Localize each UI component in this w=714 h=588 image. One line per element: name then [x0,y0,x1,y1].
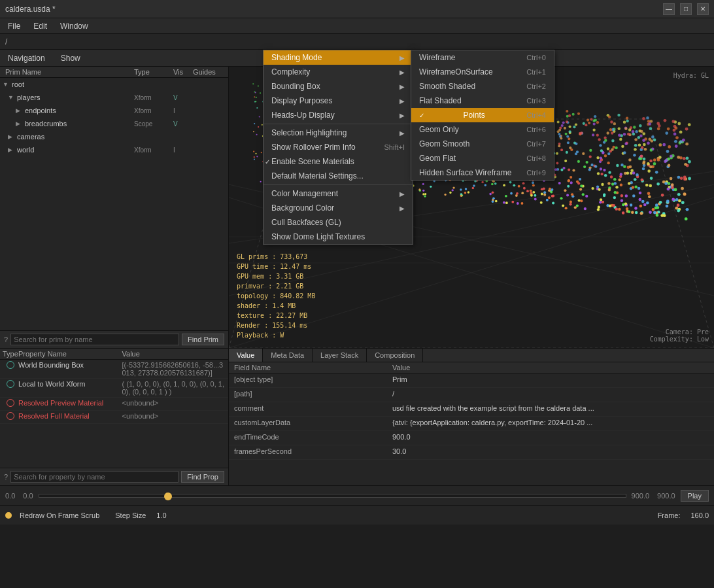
menu-show-rollover-label: Show Rollover Prim Info [271,143,356,152]
shading-points[interactable]: ✓ Points Ctrl+4 [411,108,554,122]
property-table[interactable]: World Bounding Box [(-53372.915662650616… [0,360,228,468]
step-label: Step Size [115,511,146,519]
menu-cull-backfaces[interactable]: Cull Backfaces (GL) [264,215,413,230]
shading-wireframe-on-surface-label: WireframeOnSurface [419,67,493,77]
search-prim-input[interactable] [10,334,179,345]
val-row-4[interactable]: endTimeCode 900.0 [229,431,714,445]
menu-bounding-box-label: Bounding Box [271,82,320,91]
shading-hidden-wireframe[interactable]: Hidden Surface Wireframe Ctrl+9 [411,165,554,180]
shading-smooth-shaded[interactable]: Smooth Shaded Ctrl+2 [411,79,554,94]
val-value-4: 900.0 [392,433,709,441]
shading-flat-shaded[interactable]: Flat Shaded Ctrl+3 [411,94,554,108]
find-prop-button[interactable]: Find Prop [181,471,224,483]
menu-default-material[interactable]: Default Material Settings... [264,169,413,183]
menu-show-rollover[interactable]: Show Rollover Prim Info Shift+I [264,140,413,154]
val-row-5[interactable]: framesPerSecond 30.0 [229,445,714,460]
val-row-0[interactable]: [object type] Prim [229,373,714,388]
prop-icon-2 [3,399,18,407]
val-row-2[interactable]: comment usd file created with the exampl… [229,402,714,417]
menu-shading-mode[interactable]: Shading Mode ▶ [264,50,413,65]
tab-composition[interactable]: Composition [367,349,423,362]
menu-window[interactable]: Window [55,20,94,32]
shading-geom-only[interactable]: Geom Only Ctrl+6 [411,122,554,137]
shading-wireframe-on-surface[interactable]: WireframeOnSurface Ctrl+1 [411,65,554,79]
menu-bounding-box[interactable]: Bounding Box ▶ [264,79,413,94]
tree-row-players[interactable]: ▼ players Xform V [0,91,228,104]
menu-cull-backfaces-label: Cull Backfaces (GL) [271,218,341,227]
shading-smooth-shaded-label: Smooth Shaded [419,82,475,91]
tab-layerstack[interactable]: Layer Stack [313,349,367,362]
val-row-1[interactable]: [path] / [229,388,714,402]
val-value-0: Prim [392,375,709,383]
val-row-3[interactable]: customLayerData {atvi: {exportApplicatio… [229,417,714,431]
menu-display-purposes-label: Display Purposes [271,96,332,105]
property-table-header: Type Property Name Value [0,349,228,360]
titlebar: caldera.usda * — □ ✕ [0,0,714,18]
menu-display-purposes[interactable]: Display Purposes ▶ [264,94,413,108]
tree-row-world[interactable]: ▶ world Xform I [0,143,228,156]
prop-value-3: <unbound> [122,412,226,420]
play-button[interactable]: Play [681,490,709,502]
menu-default-material-label: Default Material Settings... [271,171,364,181]
expand-icon-world: ▶ [8,147,16,153]
shading-wireframe[interactable]: Wireframe Ctrl+0 [411,50,554,65]
menu-hud[interactable]: Heads-Up Display ▶ [264,108,413,122]
val-value-5: 30.0 [392,447,709,455]
prop-row-bounding-box[interactable]: World Bounding Box [(-53372.915662650616… [0,360,228,379]
value-panel: Value Meta Data Layer Stack Composition … [229,348,714,485]
shading-submenu: Wireframe Ctrl+0 WireframeOnSurface Ctrl… [411,50,554,181]
close-button[interactable]: ✕ [697,3,709,15]
value-table[interactable]: [object type] Prim [path] / comment usd … [229,373,714,485]
menu-file[interactable]: File [3,20,26,32]
timeline-start: 0.0 [5,492,15,500]
menu-color-management-label: Color Management [271,189,338,198]
val-key-1: [path] [234,390,392,398]
search-prop-input[interactable] [10,471,178,483]
menu-background-color-label: Background Color [271,203,334,213]
prop-icon-0 [3,361,18,369]
menu-edit[interactable]: Edit [28,20,52,32]
hud-arrow: ▶ [400,112,405,119]
shading-arrow: ▶ [400,54,405,61]
toolbar-show[interactable]: Show [58,52,83,64]
menu-selection-highlighting[interactable]: Selection Highlighting ▶ [264,126,413,140]
tree-row-endpoints[interactable]: ▶ endpoints Xform I [0,104,228,117]
maximize-button[interactable]: □ [680,3,692,15]
shading-geom-smooth[interactable]: Geom Smooth Ctrl+7 [411,137,554,151]
menu-hud-label: Heads-Up Display [271,111,335,120]
menu-show-dome[interactable]: Show Dome Light Textures [264,230,413,244]
minimize-button[interactable]: — [663,3,675,15]
timeline-track[interactable] [39,494,626,498]
prop-value-0: [(-53372.915662650616, -58...3013, 27378… [122,361,226,377]
tab-metadata[interactable]: Meta Data [263,349,313,362]
menu-enable-scene[interactable]: Enable Scene Materials [264,154,413,169]
expand-icon-breadcrumbs: ▶ [16,120,24,127]
shading-geom-flat[interactable]: Geom Flat Ctrl+8 [411,151,554,165]
prop-row-xform[interactable]: Local to World Xform ( (1, 0, 0, 0), (0,… [0,379,228,398]
tab-value[interactable]: Value [229,349,263,362]
shading-geom-smooth-label: Geom Smooth [419,139,469,148]
titlebar-title: caldera.usda * [5,5,56,14]
redraw-label: Redraw On Frame Scrub [20,511,99,519]
tree-row-cameras[interactable]: ▶ cameras [0,130,228,143]
prop-row-preview-material[interactable]: Resolved Preview Material <unbound> [0,398,228,411]
tree-type-players: Xform [134,94,173,101]
tree-row-breadcrumbs[interactable]: ▶ breadcrumbs Scope V [0,117,228,130]
val-value-1: / [392,390,709,398]
menu-enable-scene-label: Enable Scene Materials [271,157,354,166]
prim-tree[interactable]: ▼ root ▼ players Xform V ▶ [0,78,228,330]
hud-complexity: Complexity: Low [650,336,709,343]
hud-bottom-right: Camera: Pre Complexity: Low [650,328,709,343]
menu-complexity[interactable]: Complexity ▶ [264,65,413,79]
prop-row-full-material[interactable]: Resolved Full Material <unbound> [0,411,228,424]
tree-vis-players: V [173,94,193,101]
menu-background-color[interactable]: Background Color ▶ [264,201,413,215]
shading-hidden-wireframe-shortcut: Ctrl+9 [526,169,546,177]
toolbar-navigation[interactable]: Navigation [5,52,48,64]
tree-row-root[interactable]: ▼ root [0,78,228,91]
search-prop-help[interactable]: ? [4,473,8,481]
timeline-thumb[interactable] [164,493,172,500]
search-prim-help[interactable]: ? [4,336,8,343]
menu-color-management[interactable]: Color Management ▶ [264,186,413,201]
find-prim-button[interactable]: Find Prim [182,334,224,345]
